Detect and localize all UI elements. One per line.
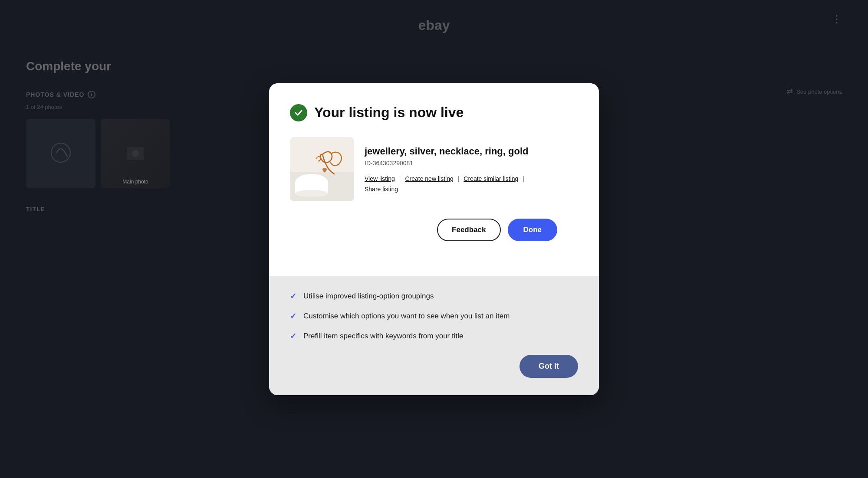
svg-point-7 <box>295 190 328 197</box>
check-icon-1: ✓ <box>290 291 296 301</box>
modal-top-section: Your listing is now live <box>269 83 599 276</box>
got-it-button[interactable]: Got it <box>519 355 578 378</box>
create-similar-listing-link[interactable]: Create similar listing <box>464 175 518 182</box>
separator-3: | <box>523 175 524 182</box>
listing-id: ID-364303290081 <box>365 160 529 167</box>
listing-info: jewellery, silver, necklace, ring, gold … <box>365 137 529 201</box>
listing-links-row1: View listing | Create new listing | Crea… <box>365 175 529 182</box>
listing-links-row2: Share listing <box>365 186 529 193</box>
feature-item-3: ✓ Prefill item specifics with keywords f… <box>290 331 578 341</box>
check-icon-3: ✓ <box>290 331 296 341</box>
listing-live-modal: Your listing is now live <box>269 83 599 395</box>
modal-title-row: Your listing is now live <box>290 104 578 121</box>
separator-2: | <box>458 175 460 182</box>
feature-text-2: Customise which options you want to see … <box>303 312 510 321</box>
feature-item-1: ✓ Utilise improved listing-option groupi… <box>290 291 578 301</box>
feature-text-3: Prefill item specifics with keywords fro… <box>303 332 463 340</box>
share-listing-link[interactable]: Share listing <box>365 186 398 193</box>
feature-item-2: ✓ Customise which options you want to se… <box>290 311 578 321</box>
separator-1: | <box>399 175 401 182</box>
main-photo-label: Main photo <box>122 179 148 185</box>
check-icon-2: ✓ <box>290 311 296 321</box>
modal-overlay: Your listing is now live <box>0 0 868 478</box>
got-it-row: Got it <box>290 355 578 378</box>
listing-title: jewellery, silver, necklace, ring, gold <box>365 146 529 157</box>
modal-title: Your listing is now live <box>314 105 464 121</box>
create-new-listing-link[interactable]: Create new listing <box>405 175 453 182</box>
success-check-icon <box>290 104 307 121</box>
feedback-button[interactable]: Feedback <box>437 219 500 241</box>
listing-row: jewellery, silver, necklace, ring, gold … <box>290 137 578 201</box>
done-button[interactable]: Done <box>508 219 558 241</box>
modal-actions: Feedback Done <box>290 219 578 259</box>
feature-text-1: Utilise improved listing-option grouping… <box>303 292 434 301</box>
view-listing-link[interactable]: View listing <box>365 175 395 182</box>
modal-bottom-section: ✓ Utilise improved listing-option groupi… <box>269 276 599 395</box>
listing-image <box>290 137 354 201</box>
